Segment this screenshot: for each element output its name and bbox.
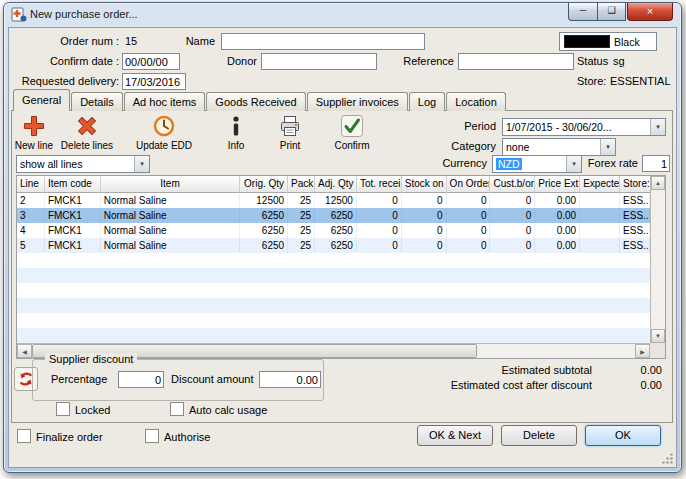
- scroll-up-icon[interactable]: ▲: [651, 176, 665, 190]
- new-line-icon: [12, 114, 56, 140]
- empty-row: [17, 313, 650, 328]
- cell-item: Normal Saline: [101, 238, 241, 253]
- tab-strip: General Details Ad hoc items Goods Recei…: [13, 90, 507, 111]
- category-value: none: [503, 141, 600, 153]
- ok-button[interactable]: OK: [585, 425, 661, 446]
- show-lines-value: show all lines: [17, 158, 134, 170]
- forex-rate-input[interactable]: [642, 155, 670, 172]
- chevron-down-icon: ▾: [650, 119, 665, 135]
- cell-pack: 25: [288, 223, 315, 238]
- update-edd-button[interactable]: Update EDD: [130, 114, 198, 156]
- scroll-right-icon[interactable]: ▶: [635, 344, 650, 358]
- cell-expected: [580, 238, 620, 253]
- col-adj-qty[interactable]: Adj. Qty: [315, 176, 357, 193]
- empty-row: [17, 253, 650, 268]
- cell-on-order: 0: [447, 238, 491, 253]
- tab-goods-received[interactable]: Goods Received: [206, 92, 305, 111]
- cell-adj-qty: 6250: [315, 208, 357, 223]
- cell-line: 3: [17, 208, 45, 223]
- currency-dropdown[interactable]: NZD ▾: [492, 155, 582, 173]
- table-row[interactable]: 2 FMCK1 Normal Saline 12500 25 12500 0 0…: [17, 193, 650, 208]
- col-cust-backorders[interactable]: Cust.b/ords: [490, 176, 535, 193]
- category-label: Category: [430, 140, 496, 152]
- authorise-checkbox[interactable]: [145, 429, 159, 443]
- delete-button[interactable]: Delete: [501, 425, 577, 446]
- ok-next-button[interactable]: OK & Next: [417, 425, 493, 446]
- locked-label: Locked: [75, 404, 110, 416]
- show-lines-dropdown[interactable]: show all lines ▾: [16, 155, 150, 173]
- empty-row: [17, 283, 650, 298]
- minimize-button[interactable]: ─: [568, 3, 597, 21]
- cell-stock-on-hand: 0: [402, 238, 447, 253]
- colour-label: Black: [614, 36, 640, 48]
- name-input[interactable]: [221, 33, 425, 50]
- finalize-order-label: Finalize order: [36, 431, 103, 443]
- table-header[interactable]: Line Item code Item Orig. Qty Pack Adj. …: [17, 176, 650, 193]
- cell-store: ESS...: [620, 223, 650, 238]
- estimated-subtotal-label: Estimated subtotal: [382, 364, 592, 376]
- chevron-down-icon: ▾: [134, 156, 149, 172]
- tab-details[interactable]: Details: [71, 92, 123, 111]
- empty-row: [17, 328, 650, 343]
- period-dropdown[interactable]: 1/07/2015 - 30/06/20... ▾: [502, 118, 666, 136]
- print-button[interactable]: Print: [266, 114, 314, 156]
- delete-lines-button[interactable]: Delete lines: [58, 114, 116, 156]
- scroll-left-icon[interactable]: ◀: [17, 344, 32, 358]
- scroll-down-icon[interactable]: ▼: [651, 329, 665, 343]
- auto-calc-usage-checkbox[interactable]: [170, 402, 184, 416]
- table-row-selected[interactable]: 3 FMCK1 Normal Saline 6250 25 6250 0 0 0…: [17, 208, 650, 223]
- supplier-discount-label: Supplier discount: [45, 353, 137, 365]
- cell-tot-received: 0: [357, 223, 402, 238]
- reference-input[interactable]: [458, 53, 574, 70]
- confirm-date-input[interactable]: [122, 53, 180, 70]
- requested-delivery-input[interactable]: [122, 73, 186, 90]
- empty-row: [17, 298, 650, 313]
- category-dropdown[interactable]: none ▾: [502, 138, 616, 156]
- cell-price-ext: 0.00: [535, 208, 580, 223]
- table-row[interactable]: 4 FMCK1 Normal Saline 6250 25 6250 0 0 0…: [17, 223, 650, 238]
- col-pack[interactable]: Pack: [288, 176, 315, 193]
- cell-item-code: FMCK1: [45, 238, 101, 253]
- cell-on-order: 0: [447, 193, 491, 208]
- auto-calc-usage-label: Auto calc usage: [189, 404, 267, 416]
- vertical-scrollbar[interactable]: ▲ ▼: [650, 176, 665, 343]
- col-stock-on-hand[interactable]: Stock on ...: [402, 176, 447, 193]
- colour-picker[interactable]: Black: [559, 32, 657, 51]
- tab-location[interactable]: Location: [446, 92, 506, 111]
- reference-label: Reference: [394, 55, 454, 67]
- cell-item: Normal Saline: [101, 223, 241, 238]
- col-item[interactable]: Item: [101, 176, 241, 193]
- period-value: 1/07/2015 - 30/06/20...: [503, 121, 650, 133]
- app-icon: [11, 6, 27, 22]
- col-item-code[interactable]: Item code: [45, 176, 101, 193]
- order-lines-table: Line Item code Item Orig. Qty Pack Adj. …: [16, 175, 666, 359]
- discount-amount-input[interactable]: [259, 371, 321, 388]
- close-button[interactable]: ×: [627, 3, 673, 21]
- col-orig-qty[interactable]: Orig. Qty: [240, 176, 288, 193]
- finalize-order-checkbox[interactable]: [17, 429, 31, 443]
- col-on-order[interactable]: On Order: [447, 176, 491, 193]
- info-button[interactable]: Info: [214, 114, 258, 156]
- tab-log[interactable]: Log: [409, 92, 445, 111]
- col-line[interactable]: Line: [17, 176, 45, 193]
- col-store[interactable]: Store:: [620, 176, 650, 193]
- titlebar[interactable]: New purchase order... ─ ❑ ×: [4, 3, 681, 26]
- supplier-discount-group: Supplier discount Percentage Discount am…: [32, 359, 324, 401]
- col-tot-received[interactable]: Tot. recei...: [357, 176, 402, 193]
- locked-checkbox[interactable]: [56, 402, 70, 416]
- resize-grip[interactable]: [661, 452, 674, 465]
- new-line-button[interactable]: New line: [12, 114, 56, 156]
- percentage-input[interactable]: [118, 371, 164, 388]
- tab-supplier-invoices[interactable]: Supplier invoices: [307, 92, 408, 111]
- donor-input[interactable]: [261, 53, 377, 70]
- col-expected[interactable]: Expected...: [580, 176, 620, 193]
- maximize-button[interactable]: ❑: [597, 3, 626, 21]
- table-row[interactable]: 5 FMCK1 Normal Saline 6250 25 6250 0 0 0…: [17, 238, 650, 253]
- confirm-button[interactable]: Confirm: [324, 114, 380, 156]
- col-price-ext[interactable]: Price Ext: [535, 176, 580, 193]
- cell-item-code: FMCK1: [45, 208, 101, 223]
- tab-ad-hoc-items[interactable]: Ad hoc items: [124, 92, 206, 111]
- tab-general[interactable]: General: [13, 89, 70, 111]
- cell-tot-received: 0: [357, 193, 402, 208]
- confirm-date-label: Confirm date :: [29, 55, 119, 67]
